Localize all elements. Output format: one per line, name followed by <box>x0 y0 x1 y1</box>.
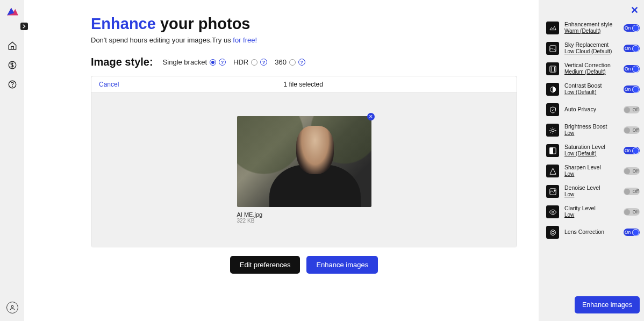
setting-toggle[interactable]: On <box>624 147 640 154</box>
file-count-status: 1 file selected <box>283 81 323 88</box>
help-icon[interactable]: ? <box>219 59 226 66</box>
edit-preferences-button[interactable]: Edit preferences <box>230 256 300 274</box>
setting-subtitle[interactable]: Low (Default) <box>564 89 618 96</box>
setting-subtitle[interactable]: Low (Default) <box>564 151 618 157</box>
page-subtitle: Don't spend hours editing your images.Tr… <box>91 36 517 44</box>
setting-title: Contrast Boost <box>564 83 618 89</box>
image-thumbnail[interactable]: ✕ <box>237 116 371 207</box>
setting-toggle[interactable]: On <box>624 85 640 93</box>
home-icon[interactable] <box>8 41 17 51</box>
setting-enhance: Enhancement styleWarm (Default)On <box>546 22 640 34</box>
setting-denoise: Denoise LevelLowOff <box>546 185 640 198</box>
cancel-upload-link[interactable]: Cancel <box>99 81 119 88</box>
sharpen-icon <box>546 165 559 177</box>
help-icon[interactable]: ? <box>298 59 305 66</box>
sky-icon <box>546 42 559 55</box>
image-style-row: Image style: Single bracket ? HDR ? 360 … <box>91 56 517 68</box>
saturation-icon <box>546 144 559 157</box>
radio-icon[interactable] <box>210 59 216 66</box>
svg-point-3 <box>11 305 13 308</box>
setting-contrast: Contrast BoostLow (Default)On <box>546 83 640 96</box>
denoise-icon <box>546 185 559 198</box>
contrast-icon <box>546 83 559 96</box>
help-icon[interactable]: ? <box>260 59 267 66</box>
enhance-images-button[interactable]: Enhance images <box>306 256 378 274</box>
svg-point-14 <box>552 231 554 234</box>
remove-image-button[interactable]: ✕ <box>367 113 375 120</box>
setting-toggle[interactable]: Off <box>624 167 640 175</box>
setting-brightness: Brightness BoostLowOff <box>546 124 640 137</box>
setting-subtitle[interactable]: Medium (Default) <box>564 69 618 75</box>
setting-subtitle[interactable]: Low <box>564 130 618 137</box>
setting-subtitle[interactable]: Low <box>564 191 618 198</box>
setting-privacy: Auto PrivacyOff <box>546 103 640 116</box>
try-free-link[interactable]: for free! <box>233 36 257 44</box>
left-sidebar <box>0 0 24 321</box>
style-option-360[interactable]: 360 ? <box>275 58 305 66</box>
radio-icon[interactable] <box>289 59 296 66</box>
setting-clarity: Clarity LevelLowOff <box>546 205 640 218</box>
lens-icon <box>546 226 559 239</box>
svg-rect-5 <box>549 66 555 72</box>
sidebar-enhance-button[interactable]: Enhance images <box>575 296 640 313</box>
setting-subtitle[interactable]: Low <box>564 171 618 177</box>
radio-icon[interactable] <box>251 59 257 66</box>
setting-toggle[interactable]: On <box>624 229 640 236</box>
setting-title: Denoise Level <box>564 185 618 191</box>
file-size: 322 KB <box>237 218 263 224</box>
style-option-hdr[interactable]: HDR ? <box>233 58 267 66</box>
image-style-label: Image style: <box>91 56 153 68</box>
svg-point-2 <box>12 86 12 87</box>
enhance-icon <box>546 22 559 34</box>
vertical-icon <box>546 62 559 75</box>
billing-icon[interactable] <box>8 60 17 70</box>
setting-toggle[interactable]: On <box>624 45 640 52</box>
page-title: Enhance your photos <box>91 15 517 33</box>
svg-point-7 <box>552 129 554 132</box>
help-icon[interactable] <box>8 80 17 89</box>
user-avatar[interactable] <box>6 302 18 313</box>
file-name: AI ME.jpg <box>237 211 263 218</box>
privacy-icon <box>546 103 559 116</box>
clarity-icon <box>546 205 559 218</box>
brightness-icon <box>546 124 559 137</box>
setting-toggle[interactable]: Off <box>624 208 640 216</box>
setting-lens: Lens CorrectionOn <box>546 226 640 239</box>
setting-subtitle[interactable]: Low Cloud (Default) <box>564 48 618 55</box>
upload-panel: Cancel 1 file selected ✕ AI ME.jpg 322 K… <box>91 76 517 247</box>
app-logo <box>5 4 19 18</box>
setting-title: Vertical Correction <box>564 62 618 69</box>
close-sidebar-button[interactable]: ✕ <box>631 4 639 16</box>
setting-subtitle[interactable]: Warm (Default) <box>564 28 618 34</box>
setting-saturation: Saturation LevelLow (Default)On <box>546 144 640 157</box>
setting-toggle[interactable]: On <box>624 65 640 73</box>
setting-subtitle[interactable]: Low <box>564 212 618 218</box>
setting-title: Enhancement style <box>564 22 618 28</box>
setting-title: Sharpen Level <box>564 165 618 171</box>
setting-toggle[interactable]: On <box>624 24 640 32</box>
setting-toggle[interactable]: Off <box>624 106 640 113</box>
settings-sidebar: ✕ Enhancement styleWarm (Default)OnSky R… <box>539 0 644 321</box>
setting-toggle[interactable]: Off <box>624 188 640 195</box>
svg-point-11 <box>554 190 555 191</box>
setting-title: Brightness Boost <box>564 124 618 130</box>
setting-title: Clarity Level <box>564 205 618 212</box>
style-option-single[interactable]: Single bracket ? <box>163 58 226 66</box>
svg-point-13 <box>550 230 555 235</box>
setting-sky: Sky ReplacementLow Cloud (Default)On <box>546 42 640 55</box>
setting-title: Lens Correction <box>564 229 618 236</box>
main-content: Enhance your photos Don't spend hours ed… <box>24 0 539 321</box>
setting-title: Auto Privacy <box>564 106 618 113</box>
setting-sharpen: Sharpen LevelLowOff <box>546 165 640 177</box>
setting-toggle[interactable]: Off <box>624 126 640 134</box>
svg-rect-9 <box>549 147 553 153</box>
setting-title: Sky Replacement <box>564 42 618 48</box>
svg-point-12 <box>552 211 554 213</box>
setting-vertical: Vertical CorrectionMedium (Default)On <box>546 62 640 75</box>
setting-title: Saturation Level <box>564 144 618 151</box>
